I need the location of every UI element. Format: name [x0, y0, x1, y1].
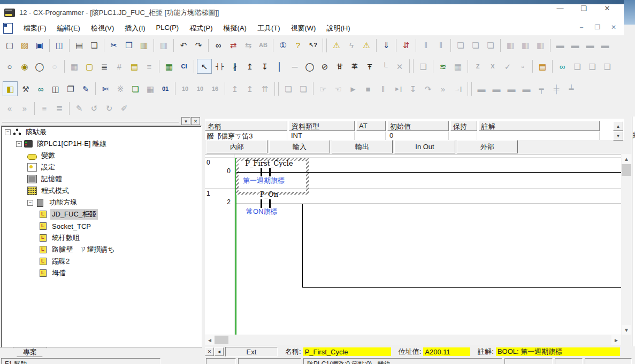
- rung-annotation-icon[interactable]: ≣: [97, 59, 111, 73]
- zoom-out-icon[interactable]: ◯: [33, 59, 47, 73]
- outer-rack-icon[interactable]: ▬: [583, 38, 597, 52]
- column-header-保持[interactable]: 保持: [450, 121, 477, 131]
- column-header-AT[interactable]: AT: [356, 121, 386, 131]
- zoom-100-icon[interactable]: ◌: [48, 59, 62, 73]
- rung0-contact-operand[interactable]: P_First_Cycle: [242, 159, 296, 167]
- program-mode-icon[interactable]: ▥: [503, 38, 517, 52]
- force-redo-icon[interactable]: ↻: [102, 102, 116, 115]
- tree-expand-icon[interactable]: −: [16, 141, 22, 147]
- ladder-vscroll-thumb[interactable]: [622, 164, 631, 176]
- watch-window-icon[interactable]: ∞: [34, 82, 48, 96]
- ladder-scroll-down-icon[interactable]: ▼: [622, 325, 631, 335]
- ladder-scroll-up-icon[interactable]: ▲: [622, 154, 631, 164]
- force-cancel-icon[interactable]: ⇈: [258, 82, 272, 96]
- cut-icon[interactable]: ✂: [107, 38, 121, 52]
- cpu-rack-icon[interactable]: ▬: [553, 38, 567, 52]
- tree-item-記憶體[interactable]: 記憶體: [2, 173, 201, 185]
- edit-pen-icon[interactable]: ✎: [72, 102, 86, 115]
- variable-cell[interactable]: 0: [387, 131, 449, 140]
- shortcut-scissors-icon[interactable]: ✄: [98, 82, 112, 96]
- contact-tool-icon[interactable]: ┤├: [213, 59, 227, 73]
- variable-cell[interactable]: [479, 131, 600, 140]
- grid-icon[interactable]: ▦: [67, 59, 81, 73]
- tree-item-功能方塊[interactable]: −功能方塊: [2, 197, 201, 208]
- force-undo-icon[interactable]: ↺: [87, 102, 101, 115]
- output-window-icon[interactable]: ⚒: [19, 82, 33, 96]
- find-report-icon[interactable]: ◫: [52, 38, 66, 52]
- ladder-editor[interactable]: 0 0 P_First_Cycle 第一週期旗標 1 2 P_On 常ON旗標: [205, 154, 621, 335]
- properties-icon[interactable]: ✎: [79, 82, 93, 96]
- ladder-view-icon[interactable]: #: [112, 59, 126, 73]
- tree-item-坶儅[interactable]: 坶儅: [2, 267, 201, 279]
- mdi-close-button[interactable]: ✕: [608, 22, 619, 32]
- ladder-hscroll-thumb[interactable]: [215, 336, 228, 344]
- set-block-tool-icon[interactable]: 甘: [333, 59, 347, 73]
- force-reset-icon[interactable]: ↥: [243, 82, 257, 96]
- sim-run-to-icon[interactable]: →|: [451, 82, 465, 96]
- tree-view-icon[interactable]: ≡: [142, 59, 156, 73]
- menu-item-檔案[interactable]: 檔案(F): [18, 21, 52, 35]
- signed-decimal-display-icon[interactable]: 10: [193, 82, 207, 96]
- paste-special-icon[interactable]: ▥: [157, 38, 171, 52]
- sim-continuous-icon[interactable]: »: [436, 82, 450, 96]
- undo-icon[interactable]: ↶: [177, 38, 190, 52]
- find-icon[interactable]: ∞: [211, 38, 225, 52]
- page-z-gray-icon[interactable]: ❏: [570, 59, 584, 73]
- close-button[interactable]: ✕: [595, 0, 619, 17]
- vertical-line-tool-icon[interactable]: │: [273, 59, 287, 73]
- coil-tool-icon[interactable]: ◯: [303, 59, 317, 73]
- tree-item-程式模式[interactable]: 程式模式: [2, 185, 201, 197]
- new-file-icon[interactable]: ▢: [3, 38, 17, 52]
- normalize-rungs-icon[interactable]: ≣: [52, 102, 66, 115]
- replace-symbol-icon[interactable]: AB: [256, 38, 270, 52]
- comment-box-icon[interactable]: ▢: [82, 59, 96, 73]
- tree-item-Socket_TCP[interactable]: Socket_TCP: [2, 220, 201, 232]
- watchbar-close-button[interactable]: ✕: [205, 347, 214, 356]
- force-set-icon[interactable]: ↥: [228, 82, 242, 96]
- send-changes-icon[interactable]: ❏: [296, 82, 310, 96]
- inner-rack-icon[interactable]: ▬: [568, 38, 582, 52]
- calendar-gray-icon[interactable]: ▦: [451, 59, 465, 73]
- context-help-icon[interactable]: ↖?: [306, 38, 320, 52]
- row-edit-dot-icon[interactable]: ▫: [516, 59, 530, 73]
- menu-item-插入[interactable]: 插入(I): [119, 21, 150, 35]
- tree-item-統杅數咀[interactable]: 統杅數咀: [2, 232, 201, 244]
- io-table-gray-icon[interactable]: ▦: [143, 82, 157, 96]
- copy-icon[interactable]: ❐: [122, 38, 136, 52]
- address-reference-icon[interactable]: ❐: [64, 82, 78, 96]
- variable-cell[interactable]: 醱⻏儂穿ㄎ笛3: [205, 131, 287, 140]
- var-tab-輸入[interactable]: 輸入: [269, 140, 330, 153]
- var-tab-In-Out[interactable]: In Out: [394, 140, 455, 153]
- workspace-icon[interactable]: ◧: [3, 81, 18, 96]
- open-folder-icon[interactable]: ▨: [18, 38, 32, 52]
- page-check-gray-icon[interactable]: ❏: [600, 59, 614, 73]
- clear-breakpoints-icon[interactable]: ☜: [331, 82, 345, 96]
- paste-icon[interactable]: ▥: [137, 38, 151, 52]
- tree-item-陔PLC1[CP1H-E]-離線[interactable]: −陔PLC1[CP1H-E] 離線: [2, 138, 201, 150]
- compile-all-icon[interactable]: ϟ: [345, 38, 358, 52]
- print-icon[interactable]: ▤: [72, 38, 86, 52]
- upload-program-icon[interactable]: ❏: [469, 38, 483, 52]
- help-icon[interactable]: ?: [291, 38, 305, 52]
- panel-pin-button[interactable]: ▾: [181, 117, 190, 125]
- sim-stop-icon[interactable]: ■: [361, 82, 375, 96]
- sim-pause-icon[interactable]: ‖: [376, 82, 390, 96]
- print-preview-icon[interactable]: ❏: [87, 38, 101, 52]
- mdi-minimize-button[interactable]: –: [576, 22, 587, 32]
- io-unit-icon-1[interactable]: ▬: [475, 82, 488, 96]
- var-tab-外部[interactable]: 外部: [457, 140, 518, 153]
- fb-call-tool-icon[interactable]: Ŧ: [363, 59, 377, 73]
- pause-monitor-icon[interactable]: ‖: [419, 38, 433, 52]
- row-edit-check-icon[interactable]: ✓: [501, 59, 515, 73]
- pause-icon[interactable]: ‖: [434, 38, 448, 52]
- tree-item-陔馱最[interactable]: −陔馱最: [2, 126, 201, 138]
- connect-line-tool-icon[interactable]: └: [378, 59, 392, 73]
- redo-icon[interactable]: ↷: [192, 38, 205, 52]
- download-program-icon[interactable]: ❏: [454, 38, 468, 52]
- contact-nc-tool-icon[interactable]: ∦: [228, 59, 242, 73]
- var-tab-內部[interactable]: 內部: [206, 140, 267, 153]
- io-unit-icon-2[interactable]: ▬: [489, 82, 503, 96]
- info-icon[interactable]: ①: [276, 38, 290, 52]
- menu-item-編輯[interactable]: 編輯(E): [52, 21, 86, 35]
- tree-item-設定[interactable]: 設定: [2, 161, 201, 173]
